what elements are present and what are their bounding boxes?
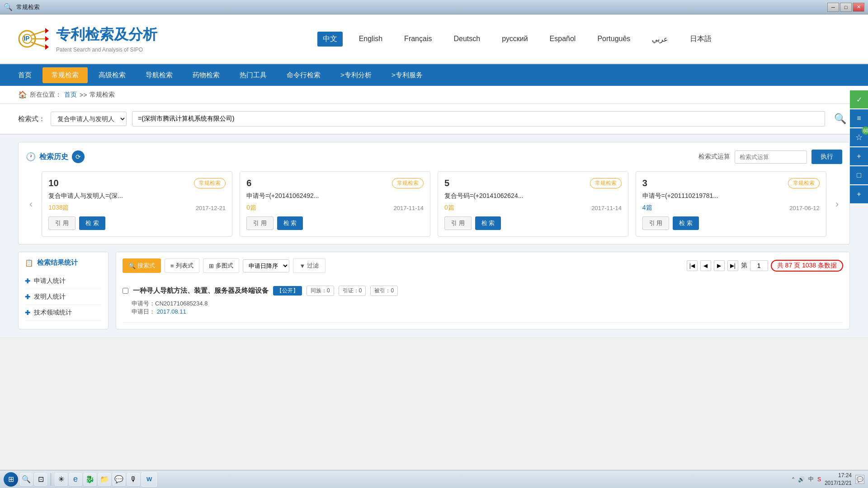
- card-meta-2: 0篇 2017-11-14: [444, 204, 622, 212]
- page-next-btn[interactable]: ▶: [714, 260, 725, 271]
- lang-ar[interactable]: عربي: [646, 32, 674, 46]
- nav-patent-service[interactable]: >专利服务: [382, 67, 432, 83]
- taskbar-word-app[interactable]: W: [142, 472, 157, 487]
- nav-nav-search[interactable]: 导航检索: [137, 67, 182, 83]
- result-checkbox-0[interactable]: [123, 288, 128, 294]
- lang-de[interactable]: Deutsch: [448, 32, 486, 46]
- carousel-next[interactable]: ›: [832, 198, 842, 210]
- refresh-button[interactable]: ⟳: [72, 150, 85, 163]
- search-button[interactable]: 🔍: [830, 111, 850, 127]
- filter-icon: ▼: [300, 263, 306, 269]
- page-info: 共 87 页 1038 条数据: [771, 260, 843, 272]
- card-actions-2: 引 用 检 索: [444, 216, 622, 230]
- history-card-2: 5 常规检索 复合号码=(+20141062624... 0篇 2017-11-…: [438, 171, 628, 237]
- search-mode-btn[interactable]: 🔍 搜索式: [123, 258, 161, 273]
- taskbar-date-val: 2017/12/21: [825, 479, 852, 487]
- ops-label: 检索式运算: [698, 153, 730, 161]
- breadcrumb-current: 常规检索: [90, 91, 115, 99]
- taskbar-fan-icon[interactable]: ✳: [55, 473, 67, 486]
- nav-patent-analysis[interactable]: >专利分析: [331, 67, 381, 83]
- lang-ru[interactable]: русский: [496, 32, 533, 46]
- breadcrumb-home[interactable]: 首页: [64, 91, 77, 99]
- lang-fr[interactable]: Français: [399, 32, 437, 46]
- stat-tech[interactable]: ✚ 技术领域统计: [25, 305, 102, 321]
- search-input[interactable]: [132, 111, 825, 127]
- sidebar-star-btn[interactable]: ☆ 60: [850, 128, 868, 146]
- card-quote-btn-3[interactable]: 引 用: [642, 216, 670, 230]
- nav-advanced-search[interactable]: 高级检索: [90, 67, 135, 83]
- search-type-select[interactable]: 复合申请人与发明人 申请号 申请人 发明人: [51, 112, 127, 126]
- taskbar-voice-icon[interactable]: 🎙: [127, 473, 140, 486]
- minimize-button[interactable]: ─: [827, 3, 839, 12]
- search-mode-label: 搜索式: [137, 262, 155, 270]
- lang-en[interactable]: English: [354, 32, 388, 46]
- nav-hot-tools[interactable]: 热门工具: [231, 67, 276, 83]
- nav-regular-search[interactable]: 常规检索: [42, 67, 88, 83]
- taskbar-notify-btn[interactable]: 💬: [855, 475, 864, 484]
- history-title: 🕐 检索历史 ⟳: [26, 150, 85, 163]
- sort-select[interactable]: 申请日降序 申请日升序 公开日降序: [243, 259, 289, 272]
- taskbar-lang-indicator[interactable]: 中: [808, 475, 814, 483]
- cite-badge-0: 引证：0: [339, 286, 366, 296]
- exec-button[interactable]: 执行: [811, 150, 842, 164]
- taskbar-folder-icon[interactable]: 📁: [98, 473, 111, 486]
- taskbar-word-icon: W: [146, 476, 152, 483]
- page-prev-btn[interactable]: ◀: [700, 260, 711, 271]
- taskbar-ie-icon[interactable]: e: [69, 473, 82, 486]
- svg-marker-3: [45, 36, 49, 42]
- sidebar-plus-btn[interactable]: +: [850, 185, 868, 203]
- title-bar: 🔍 常规检索 ─ □ ✕: [0, 0, 868, 14]
- taskbar-s-indicator[interactable]: S: [817, 476, 821, 483]
- multi-mode-btn[interactable]: ⊞ 多图式: [203, 258, 239, 273]
- page-last-btn[interactable]: ▶|: [727, 260, 738, 271]
- card-top-1: 6 常规检索: [246, 178, 424, 188]
- card-search-btn-2[interactable]: 检 索: [475, 216, 501, 230]
- sidebar-add-btn[interactable]: +: [850, 147, 868, 165]
- lang-zh[interactable]: 中文: [317, 32, 343, 47]
- sidebar-doc-btn[interactable]: □: [850, 166, 868, 184]
- stat-plus-icon-3: ✚: [25, 309, 30, 316]
- card-top-3: 3 常规检索: [642, 178, 820, 188]
- taskbar-task-icon[interactable]: ⊡: [34, 473, 47, 486]
- stat-applicant[interactable]: ✚ 申请人统计: [25, 273, 102, 289]
- start-button[interactable]: ⊞: [4, 472, 18, 487]
- sidebar-check-btn[interactable]: ✓: [850, 90, 868, 108]
- maximize-button[interactable]: □: [840, 3, 852, 12]
- taskbar-separator: [51, 473, 51, 486]
- taskbar: ⊞ 🔍 ⊡ ✳ e 🐉 📁 💬 🎙 W ^ 🔊 中 S 17:24 2017/1…: [0, 470, 868, 488]
- sidebar-menu-btn[interactable]: ≡: [850, 109, 868, 127]
- card-quote-btn-2[interactable]: 引 用: [444, 216, 472, 230]
- result-title-0: 一种寻人导航方法、装置、服务器及终端设备: [133, 286, 269, 295]
- list-mode-btn[interactable]: ≡ 列表式: [165, 258, 199, 273]
- card-search-btn-3[interactable]: 检 索: [673, 216, 699, 230]
- result-meta-0: 申请号：CN201710685234.8: [123, 300, 843, 308]
- nav-home[interactable]: 首页: [9, 67, 41, 83]
- card-search-btn-1[interactable]: 检 索: [277, 216, 303, 230]
- home-icon[interactable]: 🏠: [18, 90, 27, 99]
- ops-input[interactable]: [735, 150, 807, 164]
- lang-ja[interactable]: 日本語: [684, 32, 717, 47]
- taskbar-sound-icon[interactable]: 🔊: [798, 476, 805, 483]
- carousel-prev[interactable]: ‹: [26, 198, 36, 210]
- header: IP 专利检索及分析 Patent Search and Analysis of…: [0, 14, 868, 64]
- logo-en: Patent Search and Analysis of SIPO: [56, 47, 157, 53]
- multi-mode-label: 多图式: [216, 262, 233, 270]
- page-input[interactable]: [750, 260, 768, 271]
- cited-badge-0: 被引：0: [370, 286, 398, 296]
- filter-btn[interactable]: ▼ 过滤: [293, 258, 326, 273]
- page-first-btn[interactable]: |◀: [687, 260, 698, 271]
- card-quote-btn-0[interactable]: 引 用: [48, 216, 75, 230]
- taskbar-wechat-icon[interactable]: 💬: [113, 473, 125, 486]
- nav-drug-search[interactable]: 药物检索: [184, 67, 229, 83]
- card-search-btn-0[interactable]: 检 索: [79, 216, 105, 230]
- nav-command-search[interactable]: 命令行检索: [278, 67, 330, 83]
- taskbar-dragon-icon[interactable]: 🐉: [84, 473, 96, 486]
- card-quote-btn-1[interactable]: 引 用: [246, 216, 274, 230]
- lang-pt[interactable]: Português: [592, 32, 636, 46]
- main-content: 🕐 检索历史 ⟳ 检索式运算 执行 ‹ 10 常规检索 复合申请人与发明人=(: [0, 135, 868, 337]
- lang-es[interactable]: Español: [544, 32, 581, 46]
- taskbar-chevron[interactable]: ^: [792, 477, 794, 482]
- taskbar-search-icon[interactable]: 🔍: [20, 473, 33, 486]
- stat-inventor[interactable]: ✚ 发明人统计: [25, 289, 102, 305]
- close-button[interactable]: ✕: [853, 3, 864, 12]
